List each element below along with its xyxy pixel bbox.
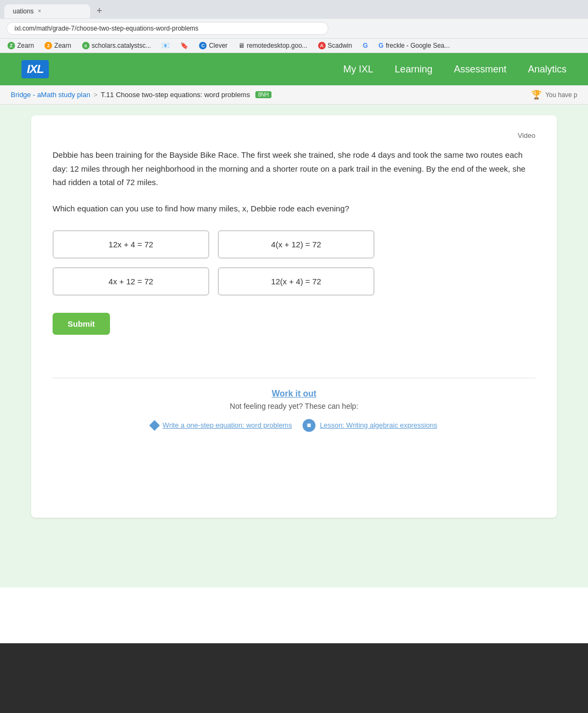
- breadcrumb-right: 🏆 You have p: [531, 90, 577, 100]
- answer-choice-a[interactable]: 12x + 4 = 72: [53, 230, 209, 259]
- freckle-label: freckle - Google Sea...: [386, 42, 450, 49]
- url-input[interactable]: ixl.com/math/grade-7/choose-two-step-equ…: [6, 22, 328, 35]
- browser-chrome: uations × + ixl.com/math/grade-7/choose-…: [0, 0, 588, 53]
- ixl-header: IXL My IXL Learning Assessment Analytics: [0, 53, 588, 85]
- trophy-icon: 🏆: [531, 90, 542, 100]
- scadwin-icon: A: [318, 42, 326, 49]
- bookmarks-bar: Z Zearn 2 Zearn S scholars.catalystsc...…: [0, 38, 588, 53]
- scholars-label: scholars.catalystsc...: [92, 42, 151, 49]
- work-it-out-subtitle: Not feeling ready yet? These can help:: [53, 402, 535, 410]
- breadcrumb-badge: 8NH: [255, 91, 271, 98]
- bookmark-freckle[interactable]: G freckle - Google Sea...: [376, 41, 453, 50]
- submit-button[interactable]: Submit: [53, 313, 110, 335]
- active-tab[interactable]: uations ×: [4, 4, 90, 18]
- ixl-nav: My IXL Learning Assessment Analytics: [343, 62, 567, 77]
- scadwin-label: Scadwin: [328, 42, 352, 49]
- breadcrumb-right-text: You have p: [545, 91, 577, 99]
- zearn2-icon: 2: [45, 42, 52, 49]
- google-icon: G: [363, 42, 367, 49]
- bookmark-remotedesktop[interactable]: 🖥 remotedesktop.goo...: [235, 41, 311, 50]
- new-tab-button[interactable]: +: [92, 3, 107, 19]
- answer-choice-d[interactable]: 12(x + 4) = 72: [218, 267, 374, 296]
- question-card: Video Debbie has been training for the B…: [31, 115, 557, 518]
- clever-icon: C: [199, 42, 207, 49]
- problem-text: Debbie has been training for the Bayside…: [53, 148, 535, 189]
- bookmark-scadwin[interactable]: A Scadwin: [315, 41, 355, 50]
- breadcrumb-parent[interactable]: Bridge - aMath study plan: [11, 91, 90, 99]
- work-it-out-title[interactable]: Work it out: [53, 389, 535, 399]
- bookmark-scholars[interactable]: S scholars.catalystsc...: [79, 41, 155, 50]
- bookmark-google[interactable]: G: [359, 41, 371, 50]
- tab-title: uations: [13, 8, 34, 15]
- breadcrumb-separator: >: [93, 91, 98, 99]
- work-it-out-section: Work it out Not feeling ready yet? These…: [53, 378, 535, 432]
- bookmark-email[interactable]: 📧: [158, 41, 173, 50]
- zearn1-icon: Z: [8, 42, 15, 49]
- remote-label: remotedesktop.goo...: [247, 42, 307, 49]
- bookmark-zearn-2[interactable]: 2 Zearn: [41, 41, 74, 50]
- star-icon: 🔖: [180, 42, 188, 49]
- ixl-app: IXL My IXL Learning Assessment Analytics…: [0, 53, 588, 643]
- lesson-icon: ▦: [303, 419, 315, 432]
- main-content: Video Debbie has been training for the B…: [0, 105, 588, 587]
- tab-bar: uations × +: [0, 0, 588, 19]
- bookmark-star[interactable]: 🔖: [177, 41, 192, 50]
- address-bar: ixl.com/math/grade-7/choose-two-step-equ…: [0, 19, 588, 38]
- ixl-logo[interactable]: IXL: [21, 60, 49, 78]
- freckle-google-icon: G: [379, 42, 384, 49]
- nav-analytics[interactable]: Analytics: [528, 62, 567, 77]
- breadcrumb: Bridge - aMath study plan > T.11 Choose …: [0, 85, 588, 105]
- breadcrumb-current: T.11 Choose two-step equations: word pro…: [101, 91, 250, 99]
- video-link[interactable]: Video: [53, 131, 535, 139]
- question-text: Which equation can you use to find how m…: [53, 202, 535, 215]
- answer-choice-b[interactable]: 4(x + 12) = 72: [218, 230, 374, 259]
- remote-icon: 🖥: [238, 42, 245, 49]
- scholars-icon: S: [82, 42, 90, 49]
- answer-grid: 12x + 4 = 72 4(x + 12) = 72 4x + 12 = 72…: [53, 230, 374, 296]
- clever-label: Clever: [209, 42, 227, 49]
- help-link-one-step-label: Write a one-step equation: word problems: [163, 421, 292, 429]
- bookmark-zearn-1[interactable]: Z Zearn: [4, 41, 37, 50]
- email-icon: 📧: [161, 42, 170, 49]
- help-link-one-step[interactable]: Write a one-step equation: word problems: [151, 419, 292, 432]
- zearn2-label: Zearn: [54, 42, 71, 49]
- diamond-icon: [149, 420, 160, 431]
- help-links: Write a one-step equation: word problems…: [53, 419, 535, 432]
- bookmark-clever[interactable]: C Clever: [196, 41, 231, 50]
- nav-learning[interactable]: Learning: [395, 62, 432, 77]
- tab-close-button[interactable]: ×: [38, 8, 41, 14]
- zearn1-label: Zearn: [17, 42, 34, 49]
- nav-assessment[interactable]: Assessment: [454, 62, 506, 77]
- answer-choice-c[interactable]: 4x + 12 = 72: [53, 267, 209, 296]
- nav-my-ixl[interactable]: My IXL: [343, 62, 373, 77]
- help-link-lesson[interactable]: ▦ Lesson: Writing algebraic expressions: [303, 419, 437, 432]
- help-link-lesson-label: Lesson: Writing algebraic expressions: [320, 421, 437, 429]
